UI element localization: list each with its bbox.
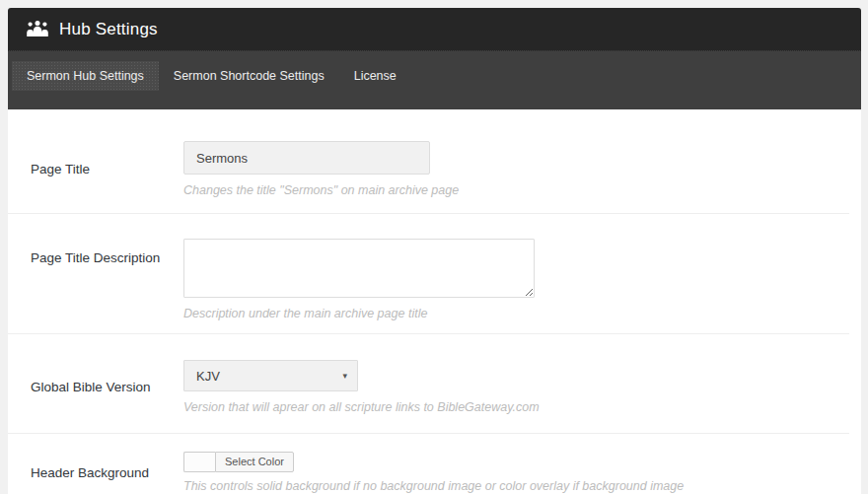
settings-panel: Hub Settings Sermon Hub Settings Sermon … xyxy=(8,8,861,494)
form-row-page-title: Page Title Changes the title "Sermons" o… xyxy=(8,109,849,214)
chevron-down-icon: ▾ xyxy=(342,371,347,381)
people-group-icon xyxy=(26,20,49,39)
field-label-page-title-description: Page Title Description xyxy=(8,239,183,265)
tabbar: Sermon Hub Settings Sermon Shortcode Set… xyxy=(8,50,861,109)
tab-license[interactable]: License xyxy=(339,61,411,91)
field-stack: Select Color This controls solid backgro… xyxy=(183,452,684,493)
field-help-page-title-description: Description under the main archive page … xyxy=(183,307,535,320)
field-label-page-title: Page Title xyxy=(8,162,183,176)
tab-sermon-hub-settings[interactable]: Sermon Hub Settings xyxy=(12,61,159,91)
tab-sermon-shortcode-settings[interactable]: Sermon Shortcode Settings xyxy=(159,61,339,91)
field-stack: Description under the main archive page … xyxy=(183,239,535,320)
form-row-global-bible-version: Global Bible Version KJV ▾ Version that … xyxy=(8,334,849,434)
field-help-global-bible-version: Version that will aprear on all scriptur… xyxy=(183,400,540,414)
titlebar: Hub Settings xyxy=(8,8,861,50)
field-label-header-background: Header Background xyxy=(8,465,183,480)
bible-version-selected-value: KJV xyxy=(196,369,220,384)
color-swatch[interactable] xyxy=(183,452,215,472)
field-stack: Changes the title "Sermons" on main arch… xyxy=(183,141,459,197)
field-stack: KJV ▾ Version that will aprear on all sc… xyxy=(183,360,540,414)
page-title-description-textarea[interactable] xyxy=(183,239,535,298)
color-picker: Select Color xyxy=(183,452,684,472)
form-row-page-title-description: Page Title Description Description under… xyxy=(8,214,849,334)
field-label-global-bible-version: Global Bible Version xyxy=(8,380,183,394)
settings-form: Page Title Changes the title "Sermons" o… xyxy=(8,109,861,494)
bible-version-select[interactable]: KJV ▾ xyxy=(183,360,358,391)
page-title-input[interactable] xyxy=(183,141,430,175)
field-help-header-background: This controls solid background if no bac… xyxy=(183,479,684,493)
form-row-header-background: Header Background Select Color This cont… xyxy=(8,434,849,494)
page-title: Hub Settings xyxy=(59,20,158,39)
select-color-button[interactable]: Select Color xyxy=(215,452,294,472)
field-help-page-title: Changes the title "Sermons" on main arch… xyxy=(183,183,459,197)
